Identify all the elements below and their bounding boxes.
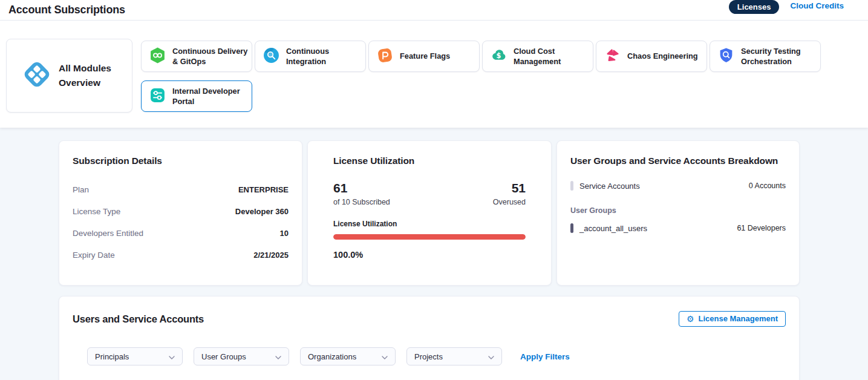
overused-count-block: 51 Overused [493, 181, 526, 206]
user-group-value: 61 Developers [737, 224, 786, 232]
page-title: Account Subscriptions [8, 4, 125, 16]
utilization-bar-label: License Utilization [333, 220, 526, 228]
used-count: 61 [333, 181, 390, 195]
row-label: Developers Entitled [73, 229, 143, 238]
module-card-chaos-engineering[interactable]: Chaos Engineering [596, 41, 707, 72]
top-header: Account Subscriptions Licenses Cloud Cre… [0, 0, 868, 21]
subscription-details-title: Subscription Details [73, 156, 289, 166]
module-card-cloud-cost[interactable]: $ Cloud Cost Management [482, 41, 593, 72]
row-value: 10 [280, 229, 289, 238]
projects-filter-dropdown[interactable]: Projects [406, 347, 502, 365]
account-subscriptions-page: Account Subscriptions Licenses Cloud Cre… [0, 0, 868, 380]
chaos-engineering-icon [604, 47, 621, 66]
row-label: Plan [73, 185, 89, 194]
module-card-cd-gitops[interactable]: Continuous Delivery & GitOps [141, 41, 252, 72]
gear-icon: ⚙ [687, 315, 694, 323]
subscription-row-developers-entitled: Developers Entitled 10 [73, 222, 289, 244]
overused-count: 51 [493, 181, 526, 195]
subscription-details-card: Subscription Details Plan ENTERPRISE Lic… [59, 140, 302, 286]
license-utilization-card: License Utilization 61 of 10 Subscribed … [307, 140, 552, 286]
user-groups-subheader: User Groups [570, 206, 786, 215]
user-groups-filter-dropdown[interactable]: User Groups [194, 347, 289, 365]
utilization-numbers: 61 of 10 Subscribed 51 Overused [333, 181, 526, 206]
utilization-bar-track [333, 234, 526, 240]
filter-label: Principals [95, 352, 129, 361]
internal-developer-portal-icon [149, 87, 166, 106]
svg-text:$: $ [497, 51, 501, 59]
principals-filter-dropdown[interactable]: Principals [87, 347, 183, 365]
tab-licenses[interactable]: Licenses [729, 0, 780, 14]
cd-gitops-icon [149, 47, 166, 66]
module-card-internal-developer-portal[interactable]: Internal Developer Portal [141, 80, 252, 112]
module-label: Continuous Delivery & GitOps [172, 46, 252, 67]
row-value: ENTERPRISE [238, 185, 289, 194]
subscription-row-plan: Plan ENTERPRISE [73, 179, 289, 200]
users-section-title: Users and Service Accounts [73, 313, 204, 325]
service-accounts-label: Service Accounts [579, 182, 640, 191]
module-card-security-testing[interactable]: Security Testing Orchestration [710, 41, 821, 72]
module-label: Continuous Integration [286, 46, 365, 67]
users-section-header: Users and Service Accounts ⚙ License Man… [73, 311, 786, 327]
used-caption: of 10 Subscribed [333, 198, 390, 206]
row-value: Developer 360 [235, 207, 289, 216]
module-card-feature-flags[interactable]: Feature Flags [368, 41, 480, 72]
license-management-button[interactable]: ⚙ License Management [679, 311, 786, 327]
utilization-bar-fill [333, 234, 526, 240]
subscription-row-expiry-date: Expiry Date 2/21/2025 [73, 244, 289, 266]
all-modules-overview-card[interactable]: All Modules Overview [6, 39, 132, 113]
subscription-details-rows: Plan ENTERPRISE License Type Developer 3… [73, 179, 289, 266]
feature-flags-icon [377, 47, 393, 66]
subscription-row-license-type: License Type Developer 360 [73, 200, 289, 222]
utilization-percent: 100.0% [333, 250, 526, 260]
license-utilization-title: License Utilization [333, 156, 526, 166]
service-accounts-value: 0 Accounts [749, 182, 786, 190]
groups-breakdown-card: User Groups and Service Accounts Breakdo… [556, 140, 800, 286]
row-value: 2/21/2025 [253, 251, 289, 260]
service-accounts-pill-icon [570, 181, 573, 191]
chevron-down-icon [169, 351, 175, 362]
module-label: Cloud Cost Management [514, 46, 593, 67]
cloud-cost-icon: $ [491, 47, 507, 66]
row-label: License Type [73, 207, 120, 216]
filter-label: User Groups [201, 352, 246, 361]
organizations-filter-dropdown[interactable]: Organizations [300, 347, 396, 365]
filter-label: Projects [414, 352, 443, 361]
user-group-row: _account_all_users 61 Developers [570, 223, 786, 233]
users-service-accounts-card: Users and Service Accounts ⚙ License Man… [59, 296, 800, 380]
service-accounts-row: Service Accounts 0 Accounts [570, 181, 786, 191]
chevron-down-icon [382, 351, 388, 362]
user-group-label: _account_all_users [579, 224, 647, 233]
module-label: Internal Developer Portal [172, 86, 252, 107]
all-modules-icon [22, 60, 51, 91]
groups-breakdown-title: User Groups and Service Accounts Breakdo… [570, 156, 786, 166]
used-count-block: 61 of 10 Subscribed [333, 181, 390, 206]
license-management-label: License Management [699, 314, 778, 323]
module-card-ci[interactable]: Continuous Integration [255, 41, 366, 72]
module-label: Chaos Engineering [627, 51, 702, 61]
modules-band: All Modules Overview Continuous Delivery… [0, 21, 868, 128]
ci-icon [263, 47, 279, 66]
subscription-view-toggle: Licenses Cloud Credits [729, 0, 844, 14]
row-label: Expiry Date [73, 251, 115, 260]
apply-filters-button[interactable]: Apply Filters [520, 352, 570, 361]
module-label: Feature Flags [400, 51, 454, 61]
filter-label: Organizations [308, 352, 356, 361]
all-modules-overview-label: All Modules Overview [59, 61, 114, 90]
tab-cloud-credits[interactable]: Cloud Credits [790, 0, 844, 11]
module-label: Security Testing Orchestration [741, 46, 820, 67]
overused-caption: Overused [493, 198, 526, 206]
chevron-down-icon [488, 351, 494, 362]
chevron-down-icon [275, 351, 281, 362]
security-testing-icon [718, 47, 734, 66]
filters-row: Principals User Groups Organizations Pro… [87, 347, 786, 365]
user-group-pill-icon [570, 223, 573, 233]
